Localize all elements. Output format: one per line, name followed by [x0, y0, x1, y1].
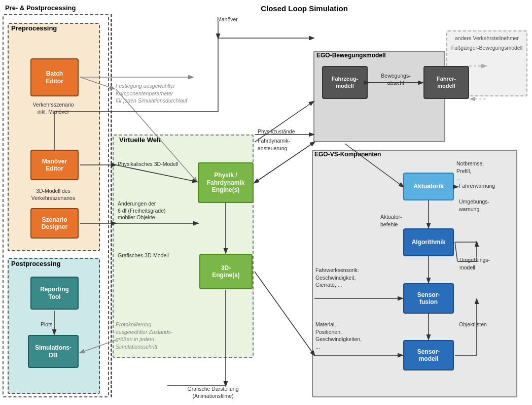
notbremse-label: Notbremse, Prefill, ...: [456, 160, 484, 182]
aktuatorbefehle-label: Aktuator- befehle: [380, 213, 402, 228]
algorithmik-box: Algorithmik: [403, 228, 454, 256]
objektlisten-label: Objektlisten: [459, 321, 487, 328]
szenario-designer-box: Szenario Designer: [30, 208, 79, 239]
prepost-title: Pre- & Postprocessing: [5, 4, 76, 12]
closedloop-title: Closed Loop Simulation: [203, 4, 406, 13]
manoever-editor-box: Manöver Editor: [30, 150, 79, 180]
protokollierung-label: Protokollierung ausgewählter Zustands- g…: [116, 321, 194, 351]
fahrer-modell-box: Fahrer- modell: [423, 66, 469, 99]
physik-engine-box: Physik / Fahrdynamik Engine(s): [198, 162, 254, 203]
fahrdynamik-label: Fahrdynamik- ansteuerung: [258, 137, 290, 152]
fahrerwarnung-label: Fahrerwarnung: [459, 183, 495, 190]
ego-vs-label: EGO-VS-Komponenten: [314, 151, 381, 158]
material-label: Material, Positionen, Geschwindigkeiten,…: [315, 321, 362, 351]
verkehrsszenario-label: Verkehrsszenario inkl. Manöver: [10, 102, 96, 115]
fahrzeug-modell-box: Fahrzeug- modell: [322, 66, 368, 99]
diagram-container: Pre- & Postprocessing Closed Loop Simula…: [0, 0, 532, 405]
3d-modell-label: 3D-Modell des Verkehrsszenarios: [10, 188, 96, 201]
sensorfusion-box: Sensor- fusion: [403, 283, 454, 314]
grafisch-label: Grafisches 3D-Modell: [118, 252, 169, 259]
plots-label: Plots: [41, 321, 52, 328]
fahrwerk-label: Fahrwerksensorik: Geschwindigkeit, Gierr…: [315, 266, 359, 289]
simulations-db-box: Simulations- DB: [28, 335, 79, 368]
engine-3d-box: 3D- Engine(s): [199, 254, 253, 289]
preprocessing-label: Preprocessing: [11, 24, 57, 32]
bewegungsabsicht-label: Bewegungs- absicht: [372, 73, 420, 86]
ego-bewegung-label: EGO-Bewegungsmodell: [316, 52, 386, 59]
grafische-darstellung-label: Grafische Darstellung (Animationsfilme): [172, 386, 254, 399]
andere-label1: andere Verkehrsteilnehmer: [450, 35, 523, 42]
aktuatorik-box: Aktuatorik: [403, 173, 454, 200]
umgebungswarnung-label: Umgebungs- warnung: [459, 198, 489, 213]
batch-editor-box: Batch Editor: [30, 58, 79, 96]
svg-line-25: [255, 272, 314, 355]
umgebungsmodell-label: Umgebungs- modell: [459, 256, 490, 271]
andere-label2: Fußgänger-Bewegungsmodell: [450, 44, 523, 52]
postprocessing-label: Postprocessing: [11, 260, 61, 267]
svg-line-9: [255, 102, 313, 142]
divider-line: [111, 14, 112, 397]
virtuelle-welt-label: Virtuelle Welt: [119, 136, 161, 144]
physikzustaende-label: Physikzustände: [258, 128, 295, 136]
reporting-tool-box: Reporting Tool: [30, 277, 79, 310]
aenderungen-label: Änderungen der 6 df (Freiheitsgrade) mob…: [118, 200, 196, 221]
manoever-top-label: Manöver: [217, 16, 238, 23]
festlegung-label: Festlegung ausgewählter Komponentenparam…: [116, 82, 194, 105]
sensormodell-box: Sensor- modell: [403, 340, 454, 370]
physik3d-label: Physikalisches 3D-Modell: [118, 161, 179, 168]
